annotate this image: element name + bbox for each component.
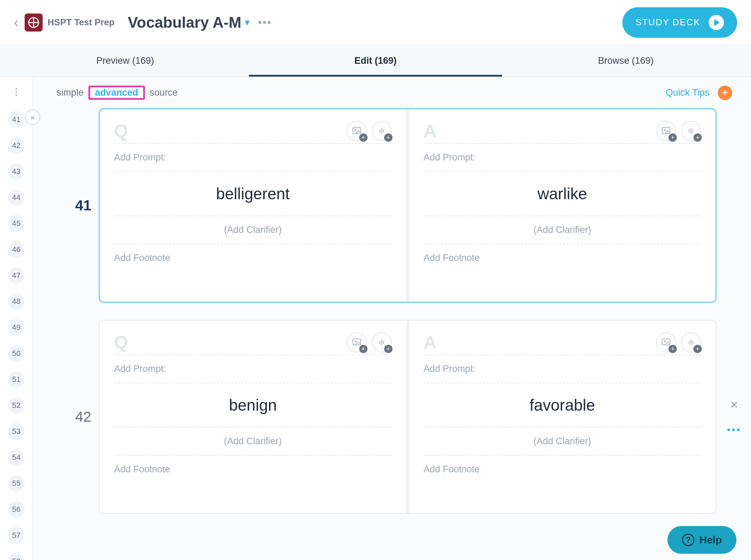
rail-card-number[interactable]: 56 [8, 501, 25, 518]
clarifier-field[interactable]: (Add Clarifier) [114, 216, 392, 244]
rail-card-number[interactable]: 58 [8, 553, 25, 560]
rail-menu-icon[interactable]: ⋮ [0, 87, 33, 97]
back-chevron-icon[interactable]: ‹ [14, 15, 18, 30]
footnote-field[interactable]: Add Footnote [114, 244, 392, 272]
svg-point-4 [664, 130, 665, 131]
quick-tips-link[interactable]: Quick Tips [666, 87, 709, 98]
rail-card-number[interactable]: 45 [8, 215, 25, 232]
tab-preview[interactable]: Preview (169) [0, 45, 250, 77]
app-header: ‹ HSPT Test Prep Vocabulary A-M ▾ ••• ST… [0, 0, 751, 45]
tab-browse[interactable]: Browse (169) [501, 45, 751, 77]
answer-text[interactable]: favorable [424, 383, 701, 427]
svg-point-2 [355, 130, 356, 131]
rail-card-number[interactable]: 47 [8, 267, 25, 284]
clarifier-field[interactable]: (Add Clarifier) [424, 428, 701, 455]
help-icon: ? [682, 534, 694, 546]
rail-card-number[interactable]: 41 [8, 111, 25, 128]
plus-icon: + [384, 345, 392, 353]
clarifier-field[interactable]: (Add Clarifier) [424, 216, 701, 244]
main-tabs: Preview (169) Edit (169) Browse (169) [0, 45, 751, 77]
card-row: 42Q++Add Prompt:benign(Add Clarifier)Add… [68, 320, 716, 514]
study-deck-button[interactable]: STUDY DECK [622, 7, 737, 38]
rail-card-number[interactable]: 53 [8, 423, 25, 440]
add-image-button[interactable]: + [656, 121, 676, 141]
help-button[interactable]: ? Help [667, 526, 736, 554]
answer-label-icon: A [424, 121, 437, 141]
card-row-actions: ✕••• [727, 399, 741, 435]
prompt-field[interactable]: Add Prompt: [424, 355, 701, 383]
question-side: Q++Add Prompt:benign(Add Clarifier)Add F… [100, 321, 406, 513]
study-deck-label: STUDY DECK [636, 17, 700, 28]
deck-subtitle[interactable]: HSPT Test Prep [48, 17, 114, 28]
mode-advanced[interactable]: advanced [90, 85, 143, 100]
footnote-field[interactable]: Add Footnote [424, 244, 701, 272]
prompt-field[interactable]: Add Prompt: [114, 355, 392, 383]
svg-point-6 [355, 341, 356, 342]
rail-card-number[interactable]: 52 [8, 397, 25, 414]
rail-card-number[interactable]: 55 [8, 475, 25, 492]
rail-card-number[interactable]: 43 [8, 163, 25, 180]
card-number: 42 [68, 409, 99, 425]
mode-source[interactable]: source [145, 85, 183, 101]
deck-icon[interactable] [25, 14, 43, 32]
answer-text[interactable]: warlike [424, 172, 701, 216]
add-card-button[interactable]: + [718, 86, 732, 100]
rail-card-number[interactable]: 50 [8, 345, 25, 362]
add-image-button[interactable]: + [656, 332, 676, 352]
prompt-field[interactable]: Add Prompt: [424, 144, 701, 171]
plus-icon: + [693, 345, 702, 353]
question-text[interactable]: belligerent [114, 172, 392, 216]
rail-card-number[interactable]: 49 [8, 319, 25, 336]
add-image-button[interactable]: + [347, 121, 367, 141]
svg-point-8 [664, 341, 665, 342]
plus-icon: + [668, 133, 677, 142]
tab-edit[interactable]: Edit (169) [250, 45, 501, 77]
rail-card-number[interactable]: 42 [8, 137, 25, 154]
add-audio-button[interactable]: + [372, 121, 392, 141]
rail-card-number[interactable]: 46 [8, 241, 25, 258]
delete-card-icon[interactable]: ✕ [730, 399, 739, 411]
mode-simple[interactable]: simple [52, 85, 88, 101]
plus-icon: + [359, 345, 368, 353]
footnote-field[interactable]: Add Footnote [114, 456, 392, 483]
plus-icon: + [693, 133, 702, 142]
answer-side: A++Add Prompt:favorable(Add Clarifier)Ad… [406, 321, 716, 513]
editor-main: simple advanced source Quick Tips + 41Q+… [33, 77, 751, 560]
question-label-icon: Q [114, 121, 128, 141]
plus-icon: + [668, 345, 677, 353]
rail-card-number[interactable]: 44 [8, 189, 25, 206]
card-row: 41Q++Add Prompt:belligerent(Add Clarifie… [68, 108, 716, 303]
card-number: 41 [68, 197, 99, 214]
prompt-field[interactable]: Add Prompt: [114, 144, 392, 171]
help-label: Help [699, 534, 722, 546]
question-text[interactable]: benign [114, 383, 392, 427]
more-options-icon[interactable]: ••• [258, 16, 272, 29]
question-side: Q++Add Prompt:belligerent(Add Clarifier)… [100, 109, 406, 302]
card-options-icon[interactable]: ••• [727, 424, 741, 435]
rail-card-number[interactable]: 48 [8, 293, 25, 310]
play-icon [709, 15, 724, 30]
add-image-button[interactable]: + [347, 332, 367, 352]
plus-icon: + [384, 133, 392, 142]
title-dropdown-icon[interactable]: ▾ [245, 17, 250, 28]
footnote-field[interactable]: Add Footnote [424, 456, 701, 483]
plus-icon: + [359, 133, 368, 142]
add-audio-button[interactable]: + [372, 332, 392, 352]
flashcard: Q++Add Prompt:belligerent(Add Clarifier)… [99, 108, 716, 303]
rail-card-number[interactable]: 57 [8, 527, 25, 544]
answer-label-icon: A [424, 332, 437, 353]
rail-card-number[interactable]: 54 [8, 449, 25, 466]
rail-card-number[interactable]: 51 [8, 371, 25, 388]
body-region: ⋮ » 414243444546474849505152535455565758… [0, 77, 751, 560]
editor-toolbar: simple advanced source Quick Tips + [33, 77, 751, 108]
clarifier-field[interactable]: (Add Clarifier) [114, 428, 392, 455]
question-label-icon: Q [114, 332, 128, 353]
card-number-rail: ⋮ » 414243444546474849505152535455565758 [0, 77, 33, 560]
answer-side: A++Add Prompt:warlike(Add Clarifier)Add … [406, 109, 716, 302]
add-audio-button[interactable]: + [681, 332, 701, 352]
expand-rail-icon[interactable]: » [25, 110, 40, 125]
flashcard: Q++Add Prompt:benign(Add Clarifier)Add F… [99, 320, 716, 514]
deck-title: Vocabulary A-M [128, 14, 241, 31]
add-audio-button[interactable]: + [681, 121, 701, 141]
